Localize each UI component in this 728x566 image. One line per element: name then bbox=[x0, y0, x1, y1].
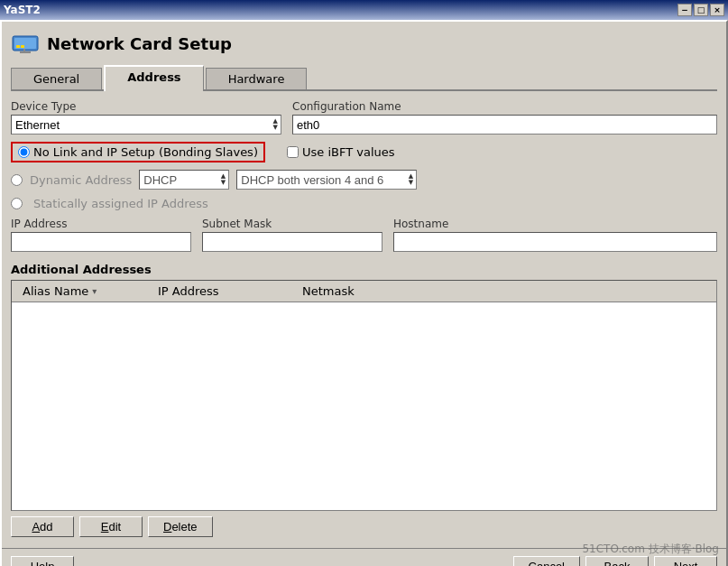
additional-addresses-table: Alias Name ▾ IP Address Netmask bbox=[11, 280, 717, 511]
table-body bbox=[12, 302, 716, 465]
col-ip-address: IP Address bbox=[151, 283, 295, 300]
add-button[interactable]: Add bbox=[11, 516, 74, 537]
ibft-label: Use iBFT values bbox=[302, 145, 395, 159]
hostname-label: Hostname bbox=[393, 218, 717, 230]
subnet-mask-input[interactable] bbox=[202, 232, 382, 252]
main-window: Network Card Setup General Address Hardw… bbox=[0, 20, 728, 566]
device-type-group: Device Type ▲ ▼ bbox=[11, 100, 281, 135]
dhcp-type-input[interactable] bbox=[140, 172, 218, 189]
device-type-label: Device Type bbox=[11, 100, 281, 113]
tab-general[interactable]: General bbox=[11, 68, 102, 89]
minimize-button[interactable]: − bbox=[677, 4, 692, 16]
ip-details-row: IP Address Subnet Mask Hostname bbox=[11, 218, 717, 252]
svg-rect-4 bbox=[23, 49, 25, 51]
ibft-checkbox[interactable] bbox=[287, 146, 299, 158]
maximize-button[interactable]: □ bbox=[694, 4, 708, 16]
subnet-mask-group: Subnet Mask bbox=[202, 218, 382, 252]
dhcp-version-input[interactable] bbox=[237, 172, 406, 189]
tab-bar: General Address Hardware bbox=[11, 65, 717, 91]
config-name-input[interactable] bbox=[292, 115, 717, 135]
hostname-input[interactable] bbox=[393, 232, 717, 252]
config-name-group: Configuration Name bbox=[292, 100, 717, 135]
network-card-icon bbox=[11, 29, 40, 58]
no-link-option-highlighted: No Link and IP Setup (Bonding Slaves) bbox=[11, 142, 265, 162]
tab-address[interactable]: Address bbox=[104, 65, 203, 91]
static-address-label: Statically assigned IP Address bbox=[33, 197, 208, 210]
dynamic-address-label: Dynamic Address bbox=[30, 173, 132, 187]
ip-address-label: IP Address bbox=[11, 218, 191, 230]
next-button[interactable]: Next bbox=[654, 556, 717, 566]
title-bar-controls: − □ × bbox=[677, 4, 724, 16]
footer-right-buttons: Cancel Back Next bbox=[513, 556, 717, 566]
static-address-row: Statically assigned IP Address bbox=[11, 197, 717, 210]
delete-button[interactable]: Delete bbox=[148, 516, 213, 537]
table-actions: Add Edit Delete bbox=[11, 516, 717, 537]
subnet-mask-label: Subnet Mask bbox=[202, 218, 382, 230]
page-title: Network Card Setup bbox=[47, 34, 232, 53]
tab-hardware[interactable]: Hardware bbox=[206, 68, 308, 89]
form-content: Device Type ▲ ▼ Configuration Name bbox=[11, 100, 717, 537]
dynamic-address-radio[interactable] bbox=[11, 174, 23, 186]
col-alias-name[interactable]: Alias Name ▾ bbox=[15, 283, 151, 300]
additional-addresses-section: Additional Addresses Alias Name ▾ IP Add… bbox=[11, 263, 717, 537]
back-button[interactable]: Back bbox=[585, 556, 649, 566]
svg-rect-5 bbox=[20, 51, 31, 53]
dhcp-version-arrows[interactable]: ▲ ▼ bbox=[406, 172, 416, 187]
svg-rect-3 bbox=[21, 45, 24, 48]
help-button[interactable]: Help bbox=[11, 556, 74, 566]
no-link-radio[interactable] bbox=[18, 146, 30, 158]
device-type-input-wrapper[interactable]: ▲ ▼ bbox=[11, 115, 281, 135]
col-netmask: Netmask bbox=[295, 283, 713, 300]
config-name-label: Configuration Name bbox=[292, 100, 717, 113]
ip-address-group: IP Address bbox=[11, 218, 191, 252]
header: Network Card Setup bbox=[11, 29, 717, 58]
device-type-arrows[interactable]: ▲ ▼ bbox=[271, 117, 281, 132]
title-bar: YaST2 − □ × bbox=[0, 0, 728, 20]
table-header: Alias Name ▾ IP Address Netmask bbox=[12, 281, 716, 302]
watermark: 51CTO.com 技术博客·Blog bbox=[582, 542, 719, 557]
dhcp-type-arrows[interactable]: ▲ ▼ bbox=[218, 172, 228, 187]
cancel-button[interactable]: Cancel bbox=[513, 556, 580, 566]
ip-address-input[interactable] bbox=[11, 232, 191, 252]
close-button[interactable]: × bbox=[710, 4, 724, 16]
no-link-label: No Link and IP Setup (Bonding Slaves) bbox=[33, 145, 258, 159]
hostname-group: Hostname bbox=[393, 218, 717, 252]
radio-options-row: No Link and IP Setup (Bonding Slaves) Us… bbox=[11, 142, 717, 162]
device-config-row: Device Type ▲ ▼ Configuration Name bbox=[11, 100, 717, 135]
title-bar-text: YaST2 bbox=[4, 4, 41, 16]
additional-addresses-title: Additional Addresses bbox=[11, 263, 717, 276]
static-address-radio[interactable] bbox=[11, 198, 23, 209]
edit-button[interactable]: Edit bbox=[79, 516, 143, 537]
dynamic-address-row: Dynamic Address ▲ ▼ ▲ ▼ bbox=[11, 170, 717, 190]
svg-rect-2 bbox=[16, 45, 20, 48]
iibft-option: Use iBFT values bbox=[287, 145, 395, 159]
dhcp-type-wrapper[interactable]: ▲ ▼ bbox=[139, 170, 229, 190]
dhcp-version-wrapper[interactable]: ▲ ▼ bbox=[236, 170, 417, 190]
alias-sort-icon: ▾ bbox=[92, 286, 97, 296]
device-type-input[interactable] bbox=[12, 116, 271, 134]
